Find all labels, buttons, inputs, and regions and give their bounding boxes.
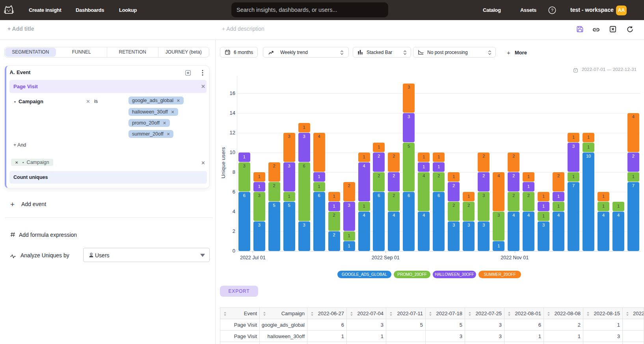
svg-text:?: ? (551, 8, 553, 13)
